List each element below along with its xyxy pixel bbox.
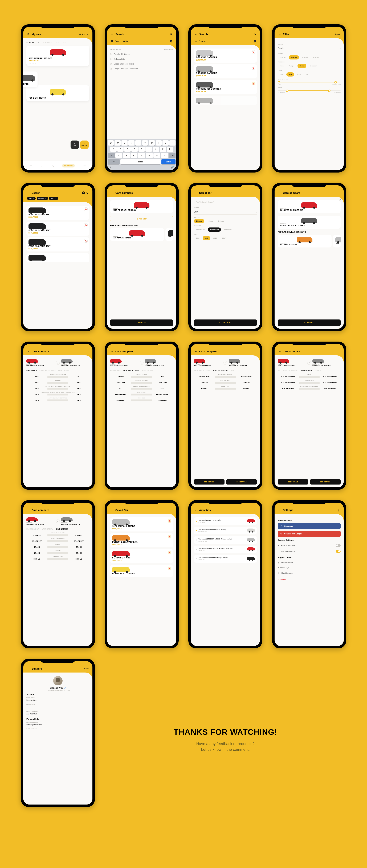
- chips[interactable]: Ford× Mustang× Black×: [27, 197, 89, 200]
- year-pills[interactable]: 2020201920182017: [278, 72, 341, 76]
- filter-badge[interactable]: 3∿: [82, 191, 89, 194]
- recent-item[interactable]: McLaren 570s: [110, 57, 173, 61]
- recent-item[interactable]: Porsche 911 Carrera: [110, 52, 173, 57]
- back-icon[interactable]: ←: [27, 667, 30, 670]
- result-card[interactable]: FORD MUSTANG 1967$540,800.00🔖: [26, 222, 89, 236]
- more-icon[interactable]: ⋮: [337, 509, 340, 512]
- spec-tabs[interactable]: EL ECONOMYWARRANTYDIMENSIONS: [26, 528, 89, 530]
- bookmark-icon[interactable]: 🔖: [84, 223, 88, 227]
- clear-history[interactable]: Clear history: [164, 49, 173, 50]
- search-input[interactable]: [199, 39, 252, 44]
- more-icon[interactable]: ⋮: [253, 509, 256, 512]
- keyboard[interactable]: QWERTYUIOP ASDFGHJKL ⇧ZXCVBNM⌫ 123spaceL…: [107, 139, 176, 170]
- activity-item[interactable]: You added 1967 Ford Mustang to market18 …: [194, 555, 257, 563]
- series-pills[interactable]: 2 Series3 Series4 Series5 Series: [278, 55, 341, 60]
- avatar[interactable]: [53, 676, 63, 685]
- popular-card[interactable]: FERRARI2015 FERRARI SERGIO+: [110, 228, 164, 241]
- back-icon[interactable]: ←: [27, 191, 30, 194]
- toggle[interactable]: [336, 544, 341, 547]
- back-icon[interactable]: ←: [111, 350, 114, 353]
- plus-icon[interactable]: +: [339, 198, 342, 201]
- swap-icon[interactable]: ⇄: [56, 361, 60, 365]
- more-icon[interactable]: ⋮: [170, 509, 172, 512]
- back-icon[interactable]: ←: [27, 509, 30, 512]
- search-input[interactable]: [115, 39, 169, 44]
- back-icon[interactable]: ←: [195, 33, 197, 36]
- nav-home-icon[interactable]: ▭: [30, 164, 32, 167]
- bookmark-icon[interactable]: 🔖: [252, 66, 255, 69]
- bookmark-icon[interactable]: 🔖: [252, 50, 255, 54]
- back-icon[interactable]: ←: [195, 509, 197, 512]
- bookmark-icon[interactable]: 🔖: [252, 82, 255, 85]
- tabs[interactable]: SELLING CARGARAGESOLD CAR: [26, 41, 89, 44]
- compare-col-a[interactable]: FERRARI2015 FERRARI SERGIO: [26, 359, 55, 367]
- bookmark-icon[interactable]: 🔖: [168, 567, 171, 570]
- compare-car-card[interactable]: FERRARI2015 FERRARI SERGIO: [278, 200, 341, 213]
- result-card[interactable]: FORD MUSTANG 1967$546,680.00🔖: [26, 238, 89, 251]
- nav-bell-icon[interactable]: △: [52, 164, 54, 167]
- about-row[interactable]: ⓘAbout tmrw.car›: [278, 570, 341, 576]
- adjust-icon[interactable]: ∿: [253, 33, 256, 36]
- compare-col-b[interactable]: PORSCHEPORSCHE 718 BOXSTER: [61, 359, 89, 367]
- faq-row[interactable]: ?Help/FAQs›: [278, 565, 341, 570]
- activity-item[interactable]: You delete McLaren 570S from pending5 MI…: [194, 527, 257, 534]
- spec-tabs[interactable]: FEATURESSPECIFICATIONSFUEL ECON: [26, 369, 89, 371]
- swap-icon[interactable]: ⇄: [56, 520, 60, 523]
- bookmark-icon[interactable]: 🔖: [168, 551, 171, 554]
- mic-icon[interactable]: 🎤: [171, 165, 174, 169]
- version-pills[interactable]: HybridWagonSedanSpeedster: [278, 64, 341, 68]
- plus-icon[interactable]: +: [172, 198, 174, 201]
- see-details-a[interactable]: SEE DETAILS: [278, 479, 308, 485]
- clear-icon[interactable]: ×: [254, 40, 256, 42]
- phone-field[interactable]: 212-702-6528: [26, 712, 89, 716]
- back-icon[interactable]: ←: [27, 350, 30, 353]
- price-slider[interactable]: [278, 90, 341, 91]
- popular-card-peek[interactable]: 1974: [165, 228, 173, 241]
- see-details-a[interactable]: SEE DETAILS: [194, 479, 225, 485]
- popular-card-peek[interactable]: 1974: [333, 235, 341, 247]
- popular-card[interactable]: MCLARENMCLAREN 570S 2020+: [278, 235, 332, 247]
- email-notif-row[interactable]: ✉Email Notifications: [278, 542, 341, 548]
- back-icon[interactable]: ←: [278, 33, 281, 36]
- clear-icon[interactable]: ×: [170, 40, 172, 42]
- series-pills[interactable]: 3 Series4 Series5 Series: [194, 219, 257, 223]
- add-car-button[interactable]: ⊕ Add car: [79, 33, 89, 35]
- selling-car-card[interactable]: 1975 FERRARI 275 GTB $467,380.00 ● 0 Off…: [26, 46, 89, 66]
- see-details-b[interactable]: SEE DETAILS: [226, 479, 257, 485]
- version-pills[interactable]: BMW M340iBMW SedanBMW Conv: [194, 227, 257, 231]
- reset-button[interactable]: Reset: [335, 33, 340, 35]
- result-card[interactable]: [194, 96, 257, 105]
- username-field[interactable]: Blanche Wise: [26, 699, 89, 702]
- result-card[interactable]: PORSCHE CARRERA$643,890.00🔖: [194, 49, 257, 63]
- brand-select[interactable]: BMW›: [194, 210, 257, 215]
- adjust-icon[interactable]: [170, 33, 172, 36]
- nav-my-cars[interactable]: ◉ My Cars: [62, 164, 75, 167]
- compare-car-card[interactable]: FERRARI2015 FERRARI SERGIO: [110, 200, 173, 213]
- compare-button[interactable]: COMPARE: [110, 319, 173, 326]
- edit-fab[interactable]: ✎Edit: [71, 141, 79, 149]
- add-car-slot[interactable]: ⊕ Add a car: [110, 216, 173, 222]
- logout-row[interactable]: ⎋Logout: [278, 577, 341, 582]
- mark-sold-fab[interactable]: ✓Mark Sold: [80, 141, 89, 149]
- see-details-b[interactable]: SEE DETAILS: [310, 479, 341, 485]
- activity-item[interactable]: You delete 1965 Ferrari 275 GTB from sav…: [194, 546, 257, 553]
- recent-item[interactable]: Dodge Challenger SRT Hellcat: [110, 66, 173, 71]
- tos-row[interactable]: ▤Term of Service›: [278, 560, 341, 565]
- save-button[interactable]: Save: [84, 668, 89, 670]
- back-icon[interactable]: ←: [111, 509, 114, 512]
- activity-item[interactable]: You added 1974 BMW 3.5 CSL IMSA to marke…: [194, 536, 257, 544]
- saved-card[interactable]: 1978 BMW 320I TURBO$568,890.00 🔖: [110, 517, 173, 531]
- activity-item[interactable]: You added Ferrari F12 to marketJUST NOW: [194, 517, 257, 525]
- nav-book-icon[interactable]: ▢: [41, 164, 43, 167]
- back-icon[interactable]: ←: [195, 350, 197, 353]
- bookmark-icon[interactable]: 🔖: [168, 535, 171, 538]
- swap-icon[interactable]: ⇄: [307, 361, 311, 365]
- back-icon[interactable]: ←: [278, 191, 281, 194]
- search-input[interactable]: ⌕ Try "dodge challenger": [194, 200, 257, 205]
- brand-select[interactable]: Porsche›: [278, 46, 341, 51]
- compare-button[interactable]: COMPARE: [278, 319, 341, 326]
- year-pills[interactable]: 2020201920182017: [194, 236, 257, 240]
- saved-card[interactable]: PORSCHE 911 CARRERA$643,890.00 🔖: [110, 533, 173, 547]
- search-icon[interactable]: [27, 33, 30, 36]
- result-card[interactable]: PORSCHE 718 BOXSTER$488,380.00🔖: [194, 80, 257, 94]
